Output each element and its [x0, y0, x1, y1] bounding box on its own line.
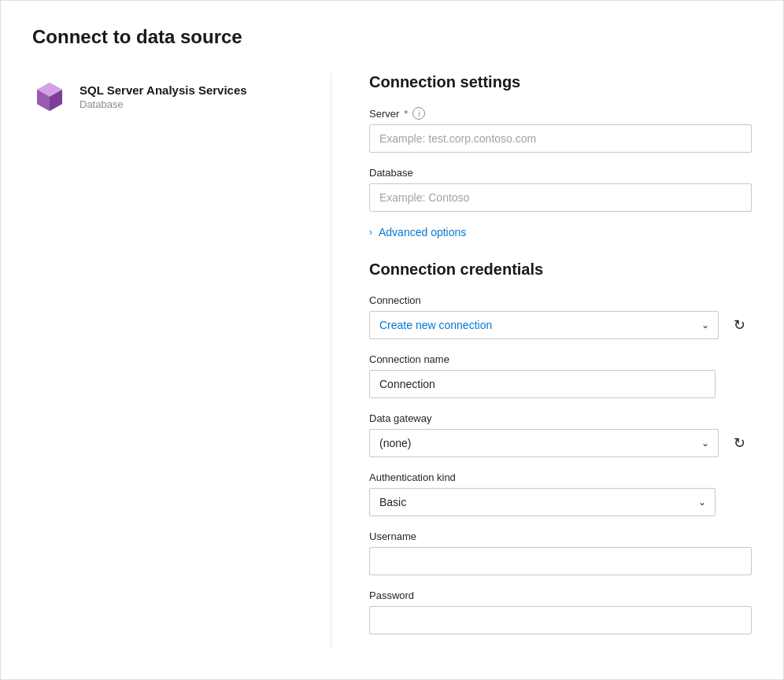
database-input[interactable]	[369, 183, 752, 212]
connection-label: Connection	[369, 294, 752, 306]
required-star: *	[404, 108, 408, 120]
username-label: Username	[369, 530, 752, 542]
auth-kind-label: Authentication kind	[369, 471, 752, 483]
gateway-refresh-button[interactable]: ↺	[727, 431, 752, 456]
refresh-icon-gateway: ↺	[734, 434, 745, 452]
connection-credentials-title: Connection credentials	[369, 261, 752, 279]
data-gateway-select[interactable]: (none)	[369, 429, 719, 457]
service-type: Database	[80, 98, 247, 110]
username-input[interactable]	[369, 547, 752, 575]
chevron-right-icon: ›	[369, 227, 372, 238]
connection-settings-title: Connection settings	[369, 73, 752, 91]
password-input[interactable]	[369, 606, 752, 634]
server-label: Server * i	[369, 107, 752, 120]
data-gateway-dropdown-container: (none) ⌄	[369, 429, 719, 457]
connection-settings-section: Connection settings Server * i Database	[369, 73, 752, 238]
data-gateway-dropdown-wrapper: (none) ⌄ ↺	[369, 429, 752, 457]
connection-name-input[interactable]	[369, 370, 716, 398]
info-icon[interactable]: i	[412, 107, 425, 120]
refresh-icon: ↺	[734, 316, 745, 334]
auth-kind-field-group: Authentication kind Basic Windows OAuth2…	[369, 471, 752, 516]
connection-dropdown-wrapper: Create new connection ⌄ ↺	[369, 311, 752, 339]
data-gateway-field-group: Data gateway (none) ⌄ ↺	[369, 412, 752, 457]
connection-field-group: Connection Create new connection ⌄ ↺	[369, 294, 752, 339]
connection-select[interactable]: Create new connection	[369, 311, 719, 339]
service-info: SQL Server Analysis Services Database	[80, 83, 247, 110]
connection-dropdown-container: Create new connection ⌄	[369, 311, 719, 339]
database-label: Database	[369, 167, 752, 179]
cube-icon	[32, 79, 67, 114]
connection-refresh-button[interactable]: ↺	[727, 312, 752, 338]
connection-name-label: Connection name	[369, 353, 752, 365]
advanced-options-label: Advanced options	[379, 226, 466, 238]
data-gateway-label: Data gateway	[369, 412, 752, 424]
advanced-options-toggle[interactable]: › Advanced options	[369, 226, 752, 238]
right-panel: Connection settings Server * i Database	[331, 73, 752, 649]
server-field-group: Server * i	[369, 107, 752, 153]
content-layout: SQL Server Analysis Services Database Co…	[32, 73, 752, 649]
auth-kind-select[interactable]: Basic Windows OAuth2	[369, 488, 716, 516]
connection-credentials-section: Connection credentials Connection Create…	[369, 261, 752, 634]
left-panel: SQL Server Analysis Services Database	[32, 73, 331, 649]
service-card: SQL Server Analysis Services Database	[32, 73, 299, 120]
password-label: Password	[369, 589, 752, 601]
service-name: SQL Server Analysis Services	[80, 83, 247, 97]
username-field-group: Username	[369, 530, 752, 575]
page-container: Connect to data source SQL Server Analys…	[0, 0, 784, 680]
password-field-group: Password	[369, 589, 752, 634]
database-field-group: Database	[369, 167, 752, 212]
page-title: Connect to data source	[32, 26, 752, 48]
connection-name-field-group: Connection name	[369, 353, 752, 398]
server-input[interactable]	[369, 124, 752, 153]
auth-kind-dropdown-container: Basic Windows OAuth2 ⌄	[369, 488, 716, 516]
